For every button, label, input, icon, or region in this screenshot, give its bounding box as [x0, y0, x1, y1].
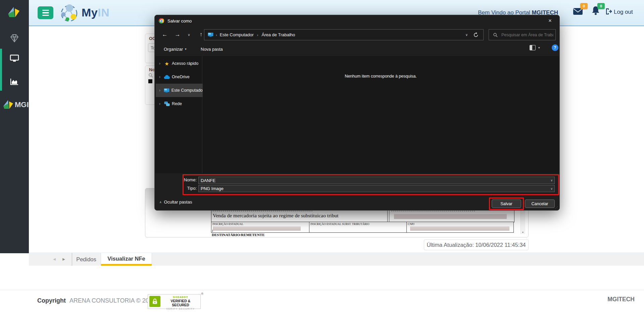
back-button[interactable]: ←	[159, 31, 170, 38]
chrome-icon	[159, 18, 164, 24]
active-nav-indicator	[0, 49, 2, 91]
hide-folders-label: Ocultar pastas	[164, 199, 192, 205]
help-button[interactable]: ?	[552, 44, 558, 51]
search-box[interactable]	[489, 29, 556, 40]
notification-count-badge: 0	[597, 3, 605, 9]
sidebar-brand-logo: MGI	[3, 99, 29, 112]
copyright-company: ARENA CONSULTORIA © 2020	[69, 297, 156, 304]
tab-scroll-left-icon[interactable]: ◀	[52, 253, 57, 266]
nfe-ie-subst-label: INSCRIÇÃO ESTADUAL SUBST. TRIBUTÁRIO	[310, 222, 369, 226]
redacted-value	[213, 226, 301, 231]
tree-item-este-computador[interactable]: › Este Computador	[156, 84, 203, 97]
nfe-cnpj-label: CNPJ	[408, 222, 414, 226]
logout-icon[interactable]	[605, 8, 612, 15]
breadcrumb-este-computador[interactable]: Este Computador	[220, 32, 254, 37]
nfe-section-heading: DESTINATÁRIO/REMETENTE	[212, 233, 265, 236]
type-field-wrap: ∨	[198, 185, 555, 192]
lock-icon	[151, 298, 158, 305]
filename-input[interactable]	[198, 177, 555, 184]
menu-toggle-button[interactable]	[38, 6, 53, 19]
breadcrumb-chevron-icon: ›	[216, 33, 217, 37]
brand-title: MyIN	[82, 6, 109, 19]
seal-line1: VERIFIED & SECURED	[162, 299, 199, 307]
this-pc-icon	[208, 32, 213, 37]
corner-logo-icon	[7, 6, 21, 19]
redacted-value	[394, 214, 507, 219]
tab-scroll-right-icon[interactable]: ▶	[61, 253, 66, 266]
search-icon	[148, 73, 153, 78]
redacted-value	[410, 226, 509, 231]
nfe-ie-subst-box: INSCRIÇÃO ESTADUAL SUBST. TRIBUTÁRIO	[309, 222, 407, 233]
text-cursor-mark	[212, 230, 213, 232]
dialog-title-bar[interactable]: Salvar como ×	[155, 15, 559, 27]
active-tab-indicator	[101, 264, 152, 266]
search-input[interactable]	[501, 32, 554, 38]
name-dropdown-chevron-icon[interactable]: ∨	[550, 179, 553, 182]
expand-chevron-icon[interactable]: ›	[159, 88, 163, 93]
myin-logo-icon	[59, 3, 79, 23]
mgi-leaf-icon	[3, 99, 15, 110]
expand-chevron-icon[interactable]: ›	[159, 75, 164, 79]
nfe-natureza-value: Venda de mercadoria sujeita ao regime de…	[213, 213, 338, 219]
tab-pedidos[interactable]: Pedidos	[72, 253, 101, 266]
hide-folders-toggle[interactable]: ∧ Ocultar pastas	[159, 199, 192, 205]
scroll-down-arrow-icon[interactable]: ▼	[522, 231, 524, 233]
cancel-button[interactable]: Cancelar	[525, 199, 555, 208]
star-icon: ★	[164, 61, 170, 66]
tree-item-label: OneDrive	[172, 75, 190, 79]
type-field-label: Tipo:	[155, 186, 197, 191]
view-dropdown-chevron-icon[interactable]: ▾	[538, 46, 540, 49]
cloud-icon	[164, 75, 170, 79]
name-field-wrap: ∨	[198, 177, 555, 184]
empty-results-message: Nenhum item corresponde à pesquisa.	[202, 74, 559, 79]
tree-item-label: Rede	[172, 101, 182, 106]
search-icon	[493, 33, 498, 37]
save-as-dialog: Salvar como × ← → ∨ ↑ › Este Computador …	[154, 15, 560, 211]
tab-visualizar-nfe-label: Visualizar NFe	[101, 253, 152, 265]
nfe-cnpj-box: CNPJ	[406, 222, 514, 233]
tree-item-onedrive[interactable]: › OneDrive	[156, 70, 203, 84]
view-options[interactable]: ▾	[530, 45, 540, 50]
organize-menu[interactable]: Organizar ▾	[164, 43, 187, 55]
organize-label: Organizar	[164, 47, 183, 52]
address-bar[interactable]: › Este Computador › Área de Trabalho ∨	[204, 29, 484, 40]
tab-visualizar-nfe[interactable]: Visualizar NFe	[101, 253, 152, 266]
address-dropdown-chevron-icon[interactable]: ∨	[460, 33, 473, 37]
page-footer: Copyright ARENA CONSULTORIA © 2020 GODAD…	[0, 290, 644, 312]
save-button[interactable]: Salvar	[492, 199, 521, 208]
tree-item-rede[interactable]: › Rede	[156, 97, 203, 110]
recent-locations-chevron-icon[interactable]: ∨	[184, 33, 194, 37]
nfe-ie-box: INSCRIÇÃO ESTADUAL	[211, 222, 310, 233]
sidebar-item-monitor-icon[interactable]	[9, 54, 20, 63]
seal-text: GODADDY VERIFIED & SECURED VERIFY SECURI…	[162, 296, 199, 310]
computer-icon	[163, 88, 169, 93]
nfe-natureza-box: Venda de mercadoria sujeita ao regime de…	[211, 209, 388, 222]
breadcrumb-area-de-trabalho[interactable]: Área de Trabalho	[262, 32, 295, 37]
tab-strip: ◀ ▶ Pedidos Visualizar NFe	[29, 253, 644, 266]
logout-button[interactable]: Log out	[614, 9, 633, 15]
expand-chevron-icon[interactable]: ›	[159, 61, 164, 66]
brand-in: IN	[98, 6, 109, 19]
nfe-ie-label: INSCRIÇÃO ESTADUAL	[212, 222, 243, 226]
godaddy-seal[interactable]: GODADDY VERIFIED & SECURED VERIFY SECURI…	[148, 294, 201, 309]
resize-grip[interactable]: ⋰	[555, 206, 558, 209]
refresh-icon[interactable]	[473, 32, 479, 38]
tree-item-acesso-rapido[interactable]: › ★ Acesso rápido	[156, 57, 203, 70]
chevron-up-icon: ∧	[159, 200, 162, 204]
forward-button[interactable]: →	[172, 31, 183, 38]
tree-item-label: Este Computador	[171, 88, 203, 93]
filetype-select[interactable]	[198, 185, 555, 192]
expand-chevron-icon[interactable]: ›	[159, 101, 164, 106]
organize-dropdown-chevron-icon: ▾	[185, 47, 187, 51]
mail-count-badge: 0	[580, 3, 588, 9]
document-scrollbar[interactable]: ▼	[521, 209, 525, 234]
sidebar-item-chart-icon[interactable]	[9, 77, 20, 86]
type-dropdown-chevron-icon[interactable]: ∨	[550, 187, 553, 190]
copyright-label: Copyright	[37, 297, 66, 304]
sidebar-item-gem-icon[interactable]	[9, 33, 20, 43]
new-folder-button[interactable]: Nova pasta	[201, 43, 223, 55]
view-mode-icon[interactable]	[530, 45, 536, 50]
close-icon[interactable]: ×	[544, 15, 556, 27]
seal-lock-badge	[149, 296, 160, 307]
registered-mark: ®	[201, 292, 203, 296]
